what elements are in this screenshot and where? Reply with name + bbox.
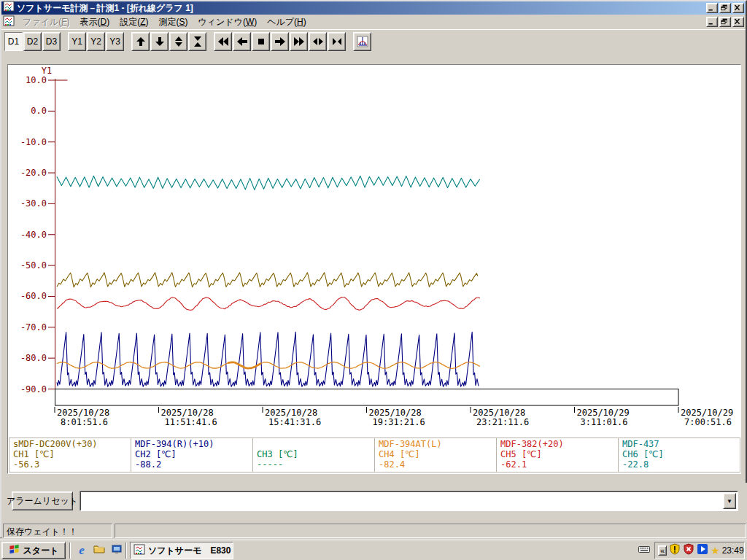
toolbar-button-stop[interactable] (252, 32, 270, 51)
alarm-combobox-value (82, 494, 721, 508)
alarm-row: アラームリセット ▼ (1, 483, 747, 521)
shield-warning-icon[interactable] (669, 543, 681, 558)
toolbar-button-expand-horizontal[interactable] (309, 32, 327, 51)
app-icon (133, 544, 145, 558)
task-button-softthermo[interactable]: ソフトサーモ E830 (130, 542, 233, 559)
menu-item-4[interactable]: ウィンドウ(W) (193, 15, 263, 28)
step-back-icon (236, 36, 248, 47)
status-panel-right (115, 524, 746, 538)
taskbar: スタート e ソフトサーモ E830 « ★ 23:49 (0, 540, 747, 560)
start-button[interactable]: スタート (1, 542, 66, 559)
toolbar: D1D2D3Y1Y2Y3 (1, 29, 746, 52)
fast-forward-icon (293, 36, 305, 47)
collapse-vertical-icon (192, 36, 204, 47)
title-bar: ソフトサーモ計測－計測1 - [折れ線グラフ 1] (1, 1, 746, 15)
start-button-label: スタート (23, 545, 59, 557)
status-bar: 保存ウェイト！！ (1, 521, 747, 540)
restore-icon[interactable] (719, 3, 731, 13)
arrow-down-icon (154, 36, 166, 47)
menu-item-3[interactable]: 測定(S) (153, 15, 193, 28)
toolbar-button-step-forward[interactable] (271, 32, 289, 51)
toolbar-button-d3[interactable]: D3 (42, 32, 61, 51)
windows-logo-icon (9, 544, 20, 557)
toolbar-button-fast-forward[interactable] (290, 32, 308, 51)
status-message: 保存ウェイト！！ (3, 524, 112, 538)
toolbar-button-y1[interactable]: Y1 (68, 32, 86, 51)
desktop: ソフトサーモ計測－計測1 - [折れ線グラフ 1] ファイル(F)表示(D)設定… (0, 0, 747, 560)
alarm-reset-button[interactable]: アラームリセット (12, 491, 73, 510)
tray-clock: 23:49 (722, 545, 744, 556)
mdi-close-icon[interactable] (732, 17, 744, 27)
app-icon (3, 1, 15, 15)
rewind-icon (217, 36, 229, 47)
line-chart-panel (7, 64, 741, 474)
toolbar-button-step-back[interactable] (233, 32, 251, 51)
taskbar-divider (125, 542, 127, 559)
toolbar-button-collapse-horizontal[interactable] (328, 32, 346, 51)
toolbar-button-y2[interactable]: Y2 (87, 32, 105, 51)
toolbar-button-arrow-up[interactable] (131, 32, 150, 51)
legend-ch1: sMDF-DC200V(+30)CH1 [℃]-56.3 (9, 438, 131, 472)
alarm-combobox[interactable]: ▼ (80, 491, 738, 511)
window-title: ソフトサーモ計測－計測1 - [折れ線グラフ 1] (17, 2, 193, 15)
expand-horizontal-icon (312, 36, 324, 47)
legend-ch3: CH3 [℃]----- (252, 438, 375, 472)
toolbar-button-y3[interactable]: Y3 (106, 32, 124, 51)
toolbar-button-graph[interactable] (353, 32, 371, 51)
tray-chevron-icon[interactable]: « (658, 545, 667, 556)
menu-item-0: ファイル(F) (18, 15, 74, 28)
menu-item-1[interactable]: 表示(D) (74, 15, 115, 28)
legend-ch6: MDF-437CH6 [℃]-22.8 (618, 438, 740, 472)
keyboard-icon (638, 545, 651, 557)
toolbar-button-arrow-down[interactable] (150, 32, 169, 51)
mdi-child-icon[interactable] (3, 15, 15, 29)
folder-icon (93, 543, 105, 558)
legend-ch5: MDF-382(+20)CH5 [℃]-62.1 (496, 438, 619, 472)
star-icon[interactable]: ★ (711, 545, 720, 556)
desktop-icon (111, 543, 123, 558)
play-badge-icon[interactable] (697, 543, 708, 558)
collapse-horizontal-icon (331, 36, 343, 47)
mdi-minimize-icon[interactable] (706, 17, 718, 27)
task-button-label: ソフトサーモ E830 (148, 545, 231, 557)
step-forward-icon (274, 36, 286, 47)
minimize-icon[interactable] (706, 3, 718, 13)
keyboard-icon[interactable] (638, 543, 651, 558)
show-desktop-icon[interactable] (109, 543, 124, 558)
shield-error-icon[interactable] (683, 543, 694, 558)
client-area: sMDF-DC200V(+30)CH1 [℃]-56.3MDF-394(R)(+… (1, 53, 746, 521)
graph-icon (357, 36, 368, 47)
toolbar-button-d2[interactable]: D2 (23, 32, 42, 51)
menu-item-5[interactable]: ヘルプ(H) (262, 15, 311, 28)
taskbar-divider (69, 542, 71, 559)
close-icon[interactable] (732, 3, 744, 13)
toolbar-button-collapse-vertical[interactable] (188, 32, 206, 51)
toolbar-button-d1[interactable]: D1 (4, 32, 23, 51)
stop-icon (255, 36, 267, 47)
menu-bar: ファイル(F)表示(D)設定(Z)測定(S)ウィンドウ(W)ヘルプ(H) (1, 15, 746, 29)
folder-icon[interactable] (92, 543, 107, 558)
legend-ch4: MDF-394AT(L)CH4 [℃]-82.4 (374, 438, 497, 472)
toolbar-button-expand-vertical[interactable] (169, 32, 187, 51)
arrow-up-icon (135, 36, 147, 47)
channel-legend: sMDF-DC200V(+30)CH1 [℃]-56.3MDF-394(R)(+… (9, 438, 740, 472)
menu-item-2[interactable]: 設定(Z) (115, 15, 153, 28)
mdi-restore-icon[interactable] (719, 17, 731, 27)
combo-dropdown-arrow-icon[interactable]: ▼ (723, 493, 736, 509)
toolbar-button-rewind[interactable] (214, 32, 232, 51)
app-window: ソフトサーモ計測－計測1 - [折れ線グラフ 1] ファイル(F)表示(D)設定… (0, 0, 747, 538)
system-tray: « ★ 23:49 (654, 542, 745, 559)
internet-explorer-icon[interactable]: e (74, 543, 89, 558)
legend-ch2: MDF-394(R)(+10)CH2 [℃]-88.2 (131, 438, 253, 472)
expand-vertical-icon (173, 36, 185, 47)
